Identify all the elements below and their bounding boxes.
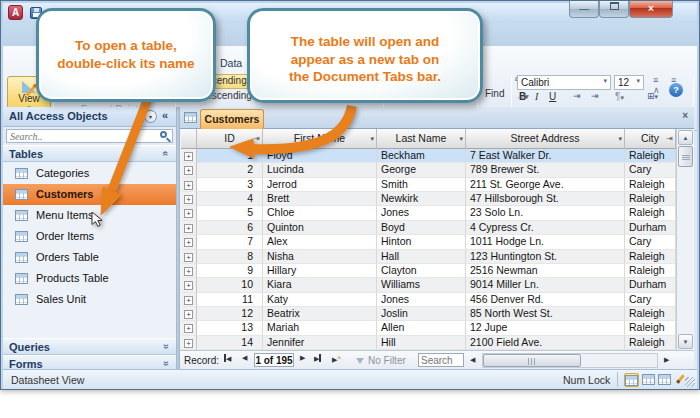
table-cell[interactable]: 2516 Newman — [466, 264, 625, 278]
table-cell[interactable]: 9014 Miller Ln. — [466, 278, 625, 292]
table-cell[interactable]: Cary — [625, 163, 676, 177]
section-tables[interactable]: Tables « — [3, 145, 176, 162]
table-cell[interactable]: Newkirk — [377, 192, 466, 206]
header-city[interactable]: City ⇥ — [625, 129, 676, 149]
sidebar-item-products-table[interactable]: Products Table — [3, 268, 176, 289]
table-cell[interactable]: Raleigh — [625, 264, 676, 278]
table-cell[interactable]: Jones — [377, 293, 466, 307]
row-expand-button[interactable]: + — [181, 149, 197, 163]
table-row[interactable]: +2LucindaGeorge789 Brewer St.Cary — [181, 163, 676, 177]
table-cell[interactable]: Nisha — [263, 250, 377, 264]
table-row[interactable]: +12BeatrixJoslin85 North West St.Raleigh — [181, 307, 676, 321]
table-row[interactable]: +11KatyJones456 Denver Rd.Cary — [181, 293, 676, 307]
table-cell[interactable]: 85 North West St. — [466, 307, 625, 321]
table-row[interactable]: +5ChloeJones23 Solo Ln.Raleigh — [181, 206, 676, 220]
table-cell[interactable]: Williams — [377, 278, 466, 292]
row-expand-button[interactable]: + — [181, 178, 197, 192]
table-cell[interactable]: 456 Denver Rd. — [466, 293, 625, 307]
chevron-down-icon[interactable]: ▾ — [618, 135, 622, 142]
row-expand-button[interactable]: + — [181, 278, 197, 292]
header-last-name[interactable]: Last Name ▾ — [377, 129, 466, 149]
find-button[interactable]: Find — [485, 88, 504, 103]
horizontal-scroll-thumb[interactable] — [483, 354, 581, 367]
table-row[interactable]: +8NishaHall123 Huntington St.Raleigh — [181, 250, 676, 264]
table-cell[interactable]: Hillary — [263, 264, 377, 278]
row-expand-button[interactable]: + — [181, 192, 197, 206]
table-cell[interactable]: Alex — [263, 235, 377, 249]
table-cell[interactable]: 12 — [197, 307, 263, 321]
nav-pane-menu-icon[interactable]: ▾ — [144, 110, 157, 123]
sidebar-item-categories[interactable]: Categories — [3, 163, 176, 184]
table-cell[interactable]: Hinton — [377, 235, 466, 249]
table-row[interactable]: +7AlexHinton1011 Hodge Ln.Cary — [181, 235, 676, 249]
table-cell[interactable]: Raleigh — [625, 321, 676, 335]
table-cell[interactable]: 6 — [197, 221, 263, 235]
table-cell[interactable]: Beatrix — [263, 307, 377, 321]
row-expand-button[interactable]: + — [181, 163, 197, 177]
table-cell[interactable]: 8 — [197, 250, 263, 264]
previous-record-button[interactable]: ◀ — [242, 354, 247, 362]
minimize-button[interactable]: — — [569, 1, 599, 18]
table-cell[interactable]: 211 St. George Ave. — [466, 178, 625, 192]
table-cell[interactable]: 1 — [197, 149, 263, 163]
table-cell[interactable]: Jerrod — [263, 178, 377, 192]
table-cell[interactable]: 11 — [197, 293, 263, 307]
decrease-indent-icon[interactable]: ⇥ — [573, 91, 581, 106]
row-expand-button[interactable]: + — [181, 321, 197, 335]
pivotchart-view-button[interactable] — [657, 373, 672, 387]
horizontal-scrollbar[interactable] — [482, 353, 658, 368]
table-row[interactable]: +1FloydBeckham7 East Walker Dr.Raleigh — [181, 149, 676, 163]
vertical-scroll-thumb[interactable] — [678, 146, 693, 167]
table-cell[interactable]: 12 Jupe — [466, 321, 625, 335]
font-size-combo[interactable]: 12 ▾ — [614, 75, 644, 90]
table-cell[interactable]: Cary — [625, 235, 676, 249]
table-cell[interactable]: Chloe — [263, 206, 377, 220]
table-cell[interactable]: 3 — [197, 178, 263, 192]
sidebar-item-menu-items[interactable]: Menu Items — [3, 205, 176, 226]
table-cell[interactable]: Hall — [377, 250, 466, 264]
table-cell[interactable]: Cary — [625, 293, 676, 307]
row-expand-button[interactable]: + — [181, 221, 197, 235]
table-cell[interactable]: Durham — [625, 278, 676, 292]
text-direction-icon[interactable]: ¶▾ — [615, 91, 624, 106]
table-cell[interactable]: Raleigh — [625, 192, 676, 206]
sidebar-item-sales-unit[interactable]: Sales Unit — [3, 289, 176, 310]
last-record-button[interactable]: ▶ — [314, 354, 321, 363]
header-street-address[interactable]: Street Address ▾ — [466, 129, 625, 149]
table-cell[interactable]: Hill — [377, 336, 466, 350]
table-cell[interactable]: Raleigh — [625, 307, 676, 321]
datasheet-view-button[interactable] — [624, 373, 639, 387]
shutter-close-icon[interactable]: « — [162, 109, 168, 121]
font-name-combo[interactable]: Calibri ▾ — [517, 75, 611, 90]
sidebar-item-customers[interactable]: Customers — [3, 184, 176, 205]
table-cell[interactable]: Raleigh — [625, 149, 676, 163]
table-cell[interactable]: 2100 Field Ave. — [466, 336, 625, 350]
table-cell[interactable]: Lucinda — [263, 163, 377, 177]
table-cell[interactable]: 23 Solo Ln. — [466, 206, 625, 220]
table-cell[interactable]: Raleigh — [625, 206, 676, 220]
table-cell[interactable]: Jennifer — [263, 336, 377, 350]
table-cell[interactable]: Brett — [263, 192, 377, 206]
table-cell[interactable]: 123 Huntington St. — [466, 250, 625, 264]
scroll-down-button[interactable]: ▼ — [678, 334, 693, 349]
row-expand-button[interactable]: + — [181, 307, 197, 321]
tab-customers[interactable]: Customers — [200, 109, 264, 129]
table-cell[interactable]: 10 — [197, 278, 263, 292]
table-cell[interactable]: Joslin — [377, 307, 466, 321]
table-cell[interactable]: Allen — [377, 321, 466, 335]
chevron-down-icon[interactable]: ▾ — [370, 135, 374, 142]
italic-button[interactable]: I — [535, 91, 538, 106]
underline-button[interactable]: U — [549, 91, 556, 106]
access-app-icon[interactable]: A — [8, 5, 23, 20]
resize-grip[interactable] — [685, 377, 695, 387]
maximize-button[interactable] — [599, 1, 629, 18]
next-record-button[interactable]: ▶ — [300, 354, 305, 362]
table-cell[interactable]: Beckham — [377, 149, 466, 163]
table-cell[interactable]: Raleigh — [625, 336, 676, 350]
hscroll-right-button[interactable]: ▶ — [664, 356, 669, 364]
table-cell[interactable]: Floyd — [263, 149, 377, 163]
table-cell[interactable]: Katy — [263, 293, 377, 307]
row-expand-button[interactable]: + — [181, 336, 197, 350]
table-cell[interactable]: 4 Cypress Cr. — [466, 221, 625, 235]
row-expand-button[interactable]: + — [181, 293, 197, 307]
